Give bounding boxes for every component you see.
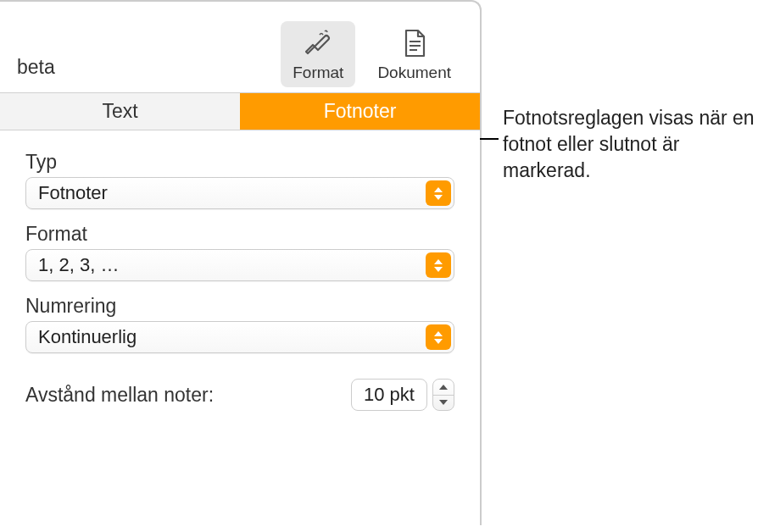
toolbar-left-text: beta [17, 56, 55, 87]
footnotes-settings: Typ Fotnoter Format 1, 2, 3, … Numrering [0, 130, 480, 431]
paintbrush-icon [301, 26, 335, 60]
inspector-panel: beta Format [0, 0, 482, 525]
spacing-value-text: 10 pkt [364, 384, 415, 406]
callout-text: Fotnotsreglagen visas när en fotnot elle… [503, 105, 757, 184]
numbering-label: Numrering [25, 295, 454, 318]
format-toolbar-button[interactable]: Format [281, 21, 355, 87]
tab-footnotes[interactable]: Fotnoter [240, 93, 480, 130]
callout-leader-line [480, 138, 499, 140]
chevron-down-icon [439, 400, 448, 405]
format-label: Format [25, 223, 454, 246]
type-select-value: Fotnoter [38, 182, 108, 204]
updown-arrows-icon [426, 252, 451, 278]
stepper-down-button[interactable] [433, 395, 454, 411]
toolbar-right-group: Format Dokument [281, 21, 463, 87]
numbering-select-value: Kontinuerlig [38, 326, 137, 348]
type-label: Typ [25, 151, 454, 174]
spacing-stepper: 10 pkt [351, 379, 454, 411]
spacing-value-input[interactable]: 10 pkt [351, 379, 427, 411]
spacing-label: Avstånd mellan noter: [25, 384, 214, 407]
document-toolbar-label: Dokument [377, 64, 451, 82]
format-field: Format 1, 2, 3, … [25, 223, 454, 281]
format-select-value: 1, 2, 3, … [38, 254, 119, 276]
tab-text-label: Text [102, 100, 137, 123]
updown-arrows-icon [426, 324, 451, 350]
tabs: Text Fotnoter [0, 93, 480, 130]
format-select[interactable]: 1, 2, 3, … [25, 249, 454, 281]
numbering-field: Numrering Kontinuerlig [25, 295, 454, 353]
stepper-up-button[interactable] [433, 380, 454, 395]
updown-arrows-icon [426, 180, 451, 206]
type-field: Typ Fotnoter [25, 151, 454, 209]
format-toolbar-label: Format [293, 64, 343, 82]
document-toolbar-button[interactable]: Dokument [365, 21, 463, 87]
tab-footnotes-label: Fotnoter [324, 100, 397, 123]
stepper-buttons [432, 379, 454, 411]
tab-text[interactable]: Text [0, 93, 240, 130]
type-select[interactable]: Fotnoter [25, 177, 454, 209]
spacing-field: Avstånd mellan noter: 10 pkt [25, 379, 454, 411]
numbering-select[interactable]: Kontinuerlig [25, 321, 454, 353]
chevron-up-icon [439, 385, 448, 390]
toolbar: beta Format [0, 2, 480, 93]
document-icon [398, 26, 432, 60]
